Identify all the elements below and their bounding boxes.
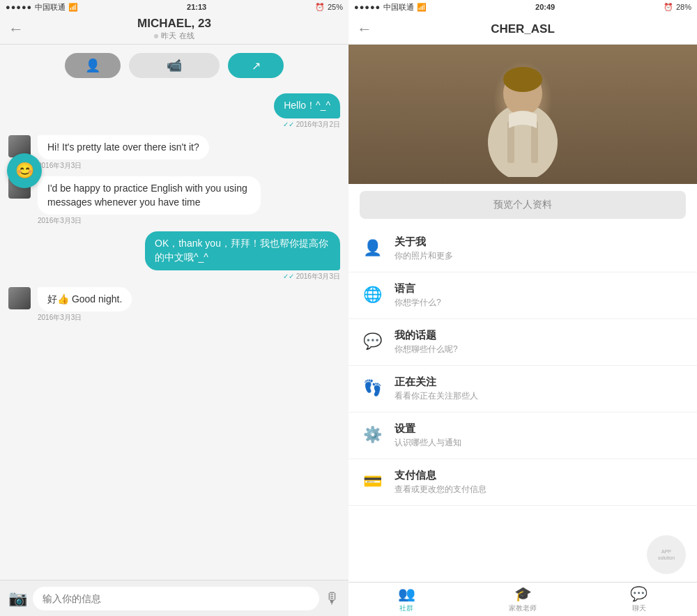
profile-item-language[interactable]: 🌐 语言 你想学什么? [348, 272, 697, 319]
message-2-content: Hi! It's pretty late over there isn't it… [38, 135, 209, 171]
chat-area: Hello！^_^ ✓✓ 2016年3月2日 Hi! It's pretty l… [0, 86, 348, 580]
profile-list: 👤 关于我 你的照片和更多 🌐 语言 你想学什么? 💬 我的话题 你想聊些什么呢… [348, 226, 697, 582]
profile-icon: 👤 [85, 58, 100, 73]
profile-photo-image [348, 45, 697, 184]
signal-dots-left: ●●●●● [6, 3, 32, 11]
msg-text-1: Hello！^_^ [284, 100, 330, 111]
status-right-left: ⏰ 25% [315, 3, 343, 12]
topics-sub: 你想聊些什么呢? [395, 344, 686, 355]
profile-action-button[interactable]: 👤 [65, 53, 121, 78]
message-5-with-avatar: 好👍 Good night. 2016年3月3日 [38, 287, 132, 323]
msg-text-2: Hi! It's pretty late over there isn't it… [47, 141, 199, 153]
settings-sub: 认识哪些人与通知 [395, 437, 686, 449]
payment-icon: 💳 [360, 469, 385, 494]
time-right: 20:49 [535, 3, 555, 11]
contact-status: 昨天 在线 [137, 31, 211, 41]
language-sub: 你想学什么? [395, 297, 686, 309]
battery-left: 25% [328, 3, 343, 11]
nav-bar-left: ← MICHAEL, 23 昨天 在线 [0, 14, 348, 45]
language-icon: 🌐 [360, 282, 385, 307]
about-sub: 你的照片和更多 [395, 250, 686, 262]
time-text-2: 2016年3月3日 [38, 161, 82, 171]
profile-name: CHER_ASL [491, 22, 555, 36]
video-action-button[interactable]: 📹 [129, 53, 220, 78]
tab-community[interactable]: 👥 社群 [348, 583, 465, 616]
time-text-3: 2016年3月3日 [38, 216, 82, 226]
profile-item-payment[interactable]: 💳 支付信息 查看或更改您的支付信息 [348, 459, 697, 506]
back-button-left[interactable]: ← [8, 20, 24, 38]
status-dot [154, 34, 158, 38]
avatar-img-3 [8, 287, 31, 309]
profile-item-about[interactable]: 👤 关于我 你的照片和更多 [348, 226, 697, 272]
payment-text: 支付信息 查看或更改您的支付信息 [395, 469, 686, 495]
settings-text: 设置 认识哪些人与通知 [395, 422, 686, 449]
time-text-4: 2016年3月3日 [296, 272, 340, 282]
profile-item-settings[interactable]: ⚙️ 设置 认识哪些人与通知 [348, 413, 697, 459]
tab-community-icon: 👥 [398, 585, 415, 602]
profile-item-following[interactable]: 👣 正在关注 看看你正在关注那些人 [348, 366, 697, 413]
following-text: 正在关注 看看你正在关注那些人 [395, 376, 686, 402]
status-left-signals: ●●●●● 中国联通 📶 [6, 2, 78, 13]
nav-title-left: MICHAEL, 23 昨天 在线 [137, 17, 211, 41]
tab-chat[interactable]: 💬 聊天 [581, 583, 697, 616]
time-text-1: 2016年3月2日 [296, 120, 340, 130]
message-3-content: I'd be happy to practice English with yo… [38, 176, 261, 226]
watermark: APP solution [647, 535, 686, 574]
camera-icon[interactable]: 📷 [8, 590, 27, 608]
carrier-right: 中国联通 [383, 2, 414, 13]
status-bar-left: ●●●●● 中国联通 📶 21:13 ⏰ 25% [0, 0, 348, 14]
message-3-with-avatar: I'd be happy to practice English with yo… [38, 176, 261, 226]
profile-item-topics[interactable]: 💬 我的话题 你想聊些什么呢? [348, 319, 697, 366]
msg-time-5: 2016年3月3日 [38, 313, 132, 323]
tab-tutor-label: 家教老师 [509, 603, 537, 613]
profile-photo [348, 45, 697, 184]
check-icon-1: ✓✓ [283, 121, 294, 128]
avatar-michael-3 [8, 287, 31, 309]
wifi-icon-right: 📶 [417, 3, 427, 12]
message-4: OK，thank you，拜拜！我也帮你提高你的中文哦^_^ ✓✓ 2016年3… [8, 231, 340, 281]
message-input[interactable] [33, 587, 319, 610]
status-right-right: ⏰ 28% [664, 3, 691, 12]
tab-chat-icon: 💬 [630, 585, 648, 602]
topics-text: 我的话题 你想聊些什么呢? [395, 329, 686, 355]
preview-profile-button[interactable]: 预览个人资料 [360, 191, 686, 219]
battery-right: 28% [676, 3, 691, 11]
right-panel: ●●●●● 中国联通 📶 20:49 ⏰ 28% ← CHER_ASL [348, 0, 697, 616]
topics-title: 我的话题 [395, 329, 686, 342]
status-right-left-signals: ●●●●● 中国联通 📶 [354, 2, 427, 13]
watermark-line2: solution [658, 555, 675, 561]
alarm-icon-right: ⏰ [664, 3, 673, 12]
about-text: 关于我 你的照片和更多 [395, 236, 686, 262]
message-5-row: 好👍 Good night. 2016年3月3日 [8, 287, 340, 323]
action-bar: 👤 📹 ↗ [0, 45, 348, 86]
msg-time-2: 2016年3月3日 [38, 161, 209, 171]
tab-bar: 👥 社群 🎓 家教老师 💬 聊天 [348, 582, 697, 616]
wifi-icon: 📶 [68, 3, 78, 12]
share-action-button[interactable]: ↗ [228, 53, 284, 78]
msg-time-3: 2016年3月3日 [38, 216, 261, 226]
tab-tutor[interactable]: 🎓 家教老师 [465, 583, 581, 616]
payment-title: 支付信息 [395, 469, 686, 482]
share-icon: ↗ [252, 59, 261, 72]
message-2-row: Hi! It's pretty late over there isn't it… [8, 135, 340, 171]
check-icon-4: ✓✓ [283, 272, 294, 280]
following-sub: 看看你正在关注那些人 [395, 390, 686, 402]
signal-dots-right: ●●●●● [354, 3, 381, 11]
language-text: 语言 你想学什么? [395, 282, 686, 309]
video-icon: 📹 [167, 58, 182, 73]
following-icon: 👣 [360, 376, 385, 401]
nav-bar-right: ← CHER_ASL [348, 14, 697, 45]
about-title: 关于我 [395, 236, 686, 249]
contact-name: MICHAEL, 23 [137, 17, 211, 31]
back-button-right[interactable]: ← [357, 20, 372, 38]
globe-float-button[interactable]: 😊 [7, 153, 42, 188]
alarm-icon-left: ⏰ [315, 3, 325, 12]
status-text: 昨天 在线 [161, 31, 194, 41]
watermark-line1: APP [661, 548, 671, 555]
bubble-3: I'd be happy to practice English with yo… [38, 176, 261, 215]
topics-icon: 💬 [360, 329, 385, 354]
bubble-5: 好👍 Good night. [38, 287, 132, 312]
msg-time-4: ✓✓ 2016年3月3日 [283, 272, 340, 282]
settings-title: 设置 [395, 422, 686, 436]
mic-icon[interactable]: 🎙 [325, 590, 340, 608]
